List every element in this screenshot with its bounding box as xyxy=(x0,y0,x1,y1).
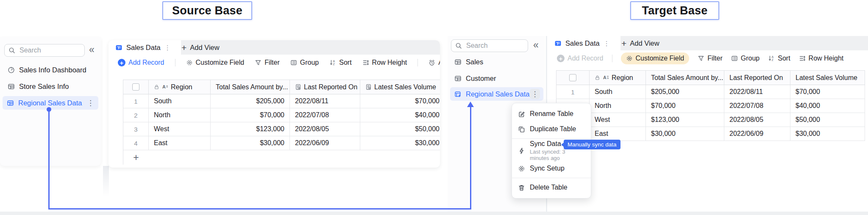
sync-data-tooltip: Manually sync data xyxy=(564,140,620,149)
menu-item-duplicate-table[interactable]: Duplicate Table xyxy=(512,121,591,137)
cell-total[interactable]: $30,000 xyxy=(646,127,724,141)
menu-item-delete-table[interactable]: Delete Table xyxy=(512,180,591,195)
sort-icon: AZ xyxy=(768,55,775,62)
cell-latest-volume[interactable]: $50,000 xyxy=(790,113,865,127)
source-search-input[interactable] xyxy=(19,46,81,55)
sidebar-item-store-sales-info[interactable]: Store Sales Info xyxy=(3,80,106,93)
cell-region[interactable]: South xyxy=(590,85,646,99)
add-record-button-disabled: + Add Record xyxy=(557,55,604,62)
column-header-latest-volume[interactable]: Latest Sales Volume xyxy=(360,80,440,94)
group-button[interactable]: Group xyxy=(290,59,319,66)
table-icon xyxy=(8,83,15,90)
row-height-button[interactable]: Row Height xyxy=(799,55,844,62)
cell-last-reported[interactable]: 2022/08/11 xyxy=(290,94,360,108)
view-tab-more-icon[interactable]: ⋮ xyxy=(604,40,610,47)
group-button[interactable]: Group xyxy=(731,55,760,62)
customize-field-button[interactable]: Customize Field xyxy=(186,59,245,66)
select-all-checkbox[interactable] xyxy=(569,74,576,81)
rename-icon xyxy=(518,110,525,118)
customize-field-label: Customize Field xyxy=(196,59,245,66)
row-number: 1 xyxy=(556,85,590,99)
cell-last-reported[interactable]: 2022/07/08 xyxy=(290,108,360,122)
cell-total[interactable]: $70,000 xyxy=(211,108,290,122)
column-header-last-reported[interactable]: Last Reported On xyxy=(724,71,790,85)
target-search-box[interactable] xyxy=(451,39,528,52)
source-toolbar: + Add Record Customize Field Filter Grou… xyxy=(118,55,440,71)
cell-region[interactable]: West xyxy=(149,122,211,136)
row-number: 1 xyxy=(123,94,149,108)
cell-region[interactable]: East xyxy=(149,136,211,150)
source-search-box[interactable] xyxy=(4,44,85,57)
column-header-last-reported[interactable]: Last Reported On xyxy=(290,80,360,94)
column-header-total[interactable]: Total Sales Amount by... xyxy=(646,71,724,85)
target-view-tab[interactable]: Sales Data ⋮ xyxy=(548,36,620,50)
add-record-label: Add Record xyxy=(568,55,604,62)
select-all-checkbox[interactable] xyxy=(132,83,139,91)
sort-button[interactable]: AZ Sort xyxy=(768,55,790,62)
menu-item-sync-setup[interactable]: Sync Setup xyxy=(512,161,591,176)
cell-total[interactable]: $70,000 xyxy=(646,99,724,113)
add-record-button[interactable]: + Add Record xyxy=(118,59,164,66)
cell-region[interactable]: North xyxy=(149,108,211,122)
cell-latest-volume[interactable]: $50,000 xyxy=(360,122,440,136)
cell-region[interactable]: South xyxy=(149,94,211,108)
row-height-button[interactable]: Row Height xyxy=(362,59,407,66)
sidebar-item-sales[interactable]: Sales xyxy=(450,55,547,69)
sort-button[interactable]: AZ Sort xyxy=(329,59,351,66)
row-height-label: Row Height xyxy=(372,59,407,66)
view-tab-more-icon[interactable]: ⋮ xyxy=(164,44,171,51)
cell-latest-volume[interactable]: $30,000 xyxy=(360,136,440,150)
filter-button[interactable]: Filter xyxy=(255,59,280,66)
cell-last-reported[interactable]: 2022/08/05 xyxy=(724,113,790,127)
select-all-cell[interactable] xyxy=(556,71,590,85)
table-row: 1 South $205,000 2022/08/11 $70,000 xyxy=(123,94,440,108)
grid-view-icon xyxy=(554,40,562,47)
item-more-icon[interactable]: ⋮ xyxy=(87,99,94,107)
customize-field-button-highlighted[interactable]: Customize Field xyxy=(621,52,690,64)
cell-region[interactable]: West xyxy=(590,113,646,127)
menu-item-rename-table[interactable]: Rename Table xyxy=(512,106,591,121)
column-header-total[interactable]: Total Sales Amount by... xyxy=(211,80,290,94)
add-row-button[interactable]: + xyxy=(123,150,440,165)
cell-region[interactable]: North xyxy=(590,99,646,113)
row-height-icon xyxy=(799,55,806,62)
select-all-cell[interactable] xyxy=(123,80,149,94)
table-row: 1 South $205,000 2022/08/11 $70,000 xyxy=(556,85,865,99)
sidebar-collapse-icon[interactable]: « xyxy=(533,40,539,50)
cell-total[interactable]: $205,000 xyxy=(646,85,724,99)
item-more-button[interactable]: ⋮ xyxy=(530,89,540,99)
column-header-region[interactable]: A Region xyxy=(590,71,646,85)
search-icon xyxy=(8,47,15,54)
cell-latest-volume[interactable]: $40,000 xyxy=(790,99,865,113)
cell-total[interactable]: $123,000 xyxy=(646,113,724,127)
svg-text:Z: Z xyxy=(772,58,774,61)
cell-last-reported[interactable]: 2022/06/09 xyxy=(290,136,360,150)
cell-last-reported[interactable]: 2022/06/09 xyxy=(724,127,790,141)
filter-button[interactable]: Filter xyxy=(698,55,723,62)
cell-last-reported[interactable]: 2022/07/08 xyxy=(724,99,790,113)
alert-button[interactable]: Alert xyxy=(428,59,440,66)
cell-total[interactable]: $123,000 xyxy=(211,122,290,136)
source-add-view-button[interactable]: + Add View xyxy=(181,40,220,55)
cell-last-reported[interactable]: 2022/08/05 xyxy=(290,122,360,136)
svg-text:A: A xyxy=(333,60,335,63)
cell-region[interactable]: East xyxy=(590,127,646,141)
sidebar-item-customer[interactable]: Customer xyxy=(450,72,547,85)
cell-last-reported[interactable]: 2022/08/11 xyxy=(724,85,790,99)
sidebar-item-sales-info-dashboard[interactable]: Sales Info Dashboard xyxy=(3,63,106,77)
cell-latest-volume[interactable]: $70,000 xyxy=(790,85,865,99)
cell-total[interactable]: $30,000 xyxy=(211,136,290,150)
sidebar-item-label: Customer xyxy=(466,74,496,83)
sidebar-item-regional-sales-data-synced[interactable]: Regional Sales Data ⋮ xyxy=(450,87,543,101)
column-header-label: Region xyxy=(171,83,192,91)
target-search-input[interactable] xyxy=(465,41,524,50)
cell-latest-volume[interactable]: $40,000 xyxy=(360,108,440,122)
source-view-tab[interactable]: Sales Data ⋮ xyxy=(108,40,181,55)
sidebar-collapse-icon[interactable]: « xyxy=(89,45,95,55)
column-header-region[interactable]: Region A xyxy=(149,80,211,94)
cell-total[interactable]: $205,000 xyxy=(211,94,290,108)
cell-latest-volume[interactable]: $70,000 xyxy=(360,94,440,108)
cell-latest-volume[interactable]: $30,000 xyxy=(790,127,865,141)
column-header-latest-volume[interactable]: Latest Sales Volume xyxy=(790,71,865,85)
target-add-view-button[interactable]: + Add View xyxy=(621,36,659,50)
